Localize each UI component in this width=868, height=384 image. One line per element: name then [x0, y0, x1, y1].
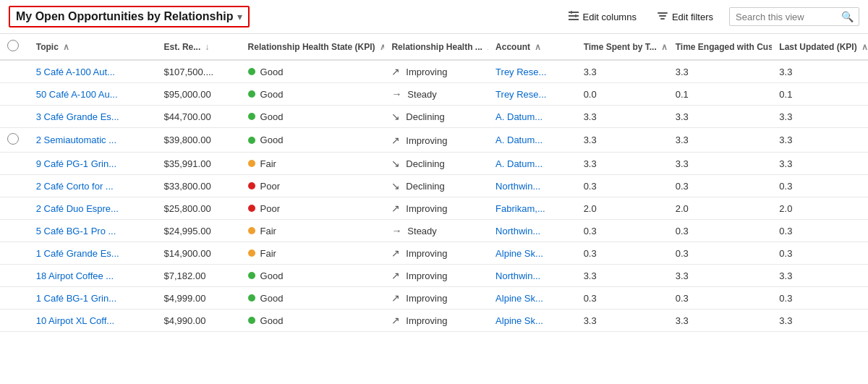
account-link[interactable]: Trey Rese... — [495, 89, 546, 100]
trend-arrow-icon: ↗ — [391, 66, 403, 77]
col-header-tec[interactable]: Time Engaged with Cust... ∧ — [668, 34, 773, 60]
page-title: My Open Opportunities by Relationship — [16, 10, 233, 23]
row-topic[interactable]: 3 Café Grande Es... — [29, 106, 157, 128]
col-header-topic[interactable]: Topic ∧ — [29, 34, 157, 60]
row-account[interactable]: Alpine Sk... — [488, 310, 576, 332]
topic-link[interactable]: 2 Semiautomatic ... — [36, 135, 116, 145]
rh-label: Declining — [406, 181, 444, 192]
topic-link[interactable]: 2 Café Duo Espre... — [36, 203, 119, 214]
topic-link[interactable]: 9 Café PG-1 Grin... — [36, 158, 116, 169]
topic-link[interactable]: 1 Café Grande Es... — [36, 248, 119, 259]
row-estimated-revenue: $7,182.00 — [157, 265, 241, 287]
row-account[interactable]: A. Datum... — [488, 153, 576, 175]
trend-arrow-icon: ↗ — [391, 292, 403, 304]
status-dot — [248, 90, 255, 98]
row-time-engaged: 0.3 — [668, 175, 773, 197]
col-header-account[interactable]: Account ∧ — [488, 34, 576, 60]
row-topic[interactable]: 10 Airpot XL Coff... — [29, 310, 157, 332]
col-header-rh[interactable]: Relationship Health ... ∧ — [384, 34, 488, 60]
topic-link[interactable]: 5 Café BG-1 Pro ... — [36, 226, 116, 236]
account-link[interactable]: Northwin... — [495, 181, 540, 192]
trend-arrow-icon: ↗ — [391, 135, 403, 146]
row-last-updated: 0.1 — [772, 83, 868, 106]
row-account[interactable]: A. Datum... — [488, 106, 576, 128]
row-time-spent: 0.3 — [576, 287, 668, 310]
row-rhs: Poor — [241, 175, 385, 197]
rh-label: Steady — [407, 89, 436, 100]
row-topic[interactable]: 18 Airpot Coffee ... — [29, 265, 157, 287]
trend-arrow-icon: ↗ — [391, 247, 403, 259]
row-last-updated: 3.3 — [772, 60, 868, 83]
row-time-spent: 3.3 — [576, 60, 668, 83]
row-topic[interactable]: 50 Café A-100 Au... — [29, 83, 157, 106]
row-topic[interactable]: 9 Café PG-1 Grin... — [29, 153, 157, 175]
col-header-lu[interactable]: Last Updated (KPI) ∧ — [772, 34, 868, 60]
row-topic[interactable]: 1 Café BG-1 Grin... — [29, 287, 157, 310]
header-actions: Edit columns Edit filters 🔍 — [563, 7, 860, 27]
row-topic[interactable]: 5 Café BG-1 Pro ... — [29, 220, 157, 242]
row-topic[interactable]: 2 Semiautomatic ... — [29, 128, 157, 153]
account-link[interactable]: A. Datum... — [495, 135, 542, 145]
account-link[interactable]: Alpine Sk... — [495, 315, 543, 326]
col-header-rhs[interactable]: Relationship Health State (KPI) ∧ — [241, 34, 385, 60]
row-account[interactable]: Alpine Sk... — [488, 242, 576, 265]
row-topic[interactable]: 1 Café Grande Es... — [29, 242, 157, 265]
row-time-spent: 3.3 — [576, 153, 668, 175]
header-checkbox[interactable] — [7, 40, 19, 51]
row-rh: ↘ Declining — [384, 153, 488, 175]
search-box[interactable]: 🔍 — [729, 7, 859, 26]
svg-rect-0 — [569, 12, 579, 13]
status-dot — [248, 294, 255, 302]
topic-link[interactable]: 2 Café Corto for ... — [36, 181, 114, 192]
account-link[interactable]: Northwin... — [495, 270, 540, 281]
row-check-cell — [0, 242, 29, 265]
account-link[interactable]: Fabrikam,... — [495, 203, 545, 214]
search-input[interactable] — [736, 12, 837, 22]
table-row: 1 Café Grande Es...$14,900.00Fair↗ Impro… — [0, 242, 868, 265]
row-estimated-revenue: $4,999.00 — [157, 287, 241, 310]
account-link[interactable]: Trey Rese... — [495, 67, 546, 77]
account-link[interactable]: A. Datum... — [495, 158, 542, 169]
account-link[interactable]: A. Datum... — [495, 111, 542, 122]
topic-link[interactable]: 18 Airpot Coffee ... — [36, 270, 114, 281]
row-topic[interactable]: 2 Café Corto for ... — [29, 175, 157, 197]
row-checkbox[interactable] — [7, 133, 19, 145]
edit-filters-button[interactable]: Edit filters — [652, 7, 718, 27]
row-account[interactable]: Northwin... — [488, 265, 576, 287]
account-link[interactable]: Alpine Sk... — [495, 248, 543, 259]
row-account[interactable]: Alpine Sk... — [488, 287, 576, 310]
edit-columns-icon — [568, 10, 579, 24]
rhs-label: Fair — [260, 248, 276, 259]
topic-link[interactable]: 5 Café A-100 Aut... — [36, 67, 115, 77]
topic-link[interactable]: 1 Café BG-1 Grin... — [36, 293, 116, 304]
status-dot — [248, 249, 255, 257]
row-account[interactable]: Trey Rese... — [488, 83, 576, 106]
row-last-updated: 0.3 — [772, 175, 868, 197]
account-link[interactable]: Northwin... — [495, 226, 540, 236]
trend-arrow-icon: ↘ — [391, 158, 403, 169]
row-topic[interactable]: 5 Café A-100 Aut... — [29, 60, 157, 83]
row-account[interactable]: Fabrikam,... — [488, 197, 576, 220]
account-link[interactable]: Alpine Sk... — [495, 293, 543, 304]
rh-label: Improving — [406, 67, 447, 77]
title-area[interactable]: My Open Opportunities by Relationship ▾ — [9, 6, 250, 27]
row-account[interactable]: A. Datum... — [488, 128, 576, 153]
row-topic[interactable]: 2 Café Duo Espre... — [29, 197, 157, 220]
row-account[interactable]: Northwin... — [488, 220, 576, 242]
row-rh: ↗ Improving — [384, 197, 488, 220]
row-account[interactable]: Trey Rese... — [488, 60, 576, 83]
col-header-est[interactable]: Est. Re... ↓ — [157, 34, 241, 60]
row-estimated-revenue: $33,800.00 — [157, 175, 241, 197]
topic-link[interactable]: 3 Café Grande Es... — [36, 111, 119, 122]
row-rh: → Steady — [384, 220, 488, 242]
topic-link[interactable]: 50 Café A-100 Au... — [36, 89, 118, 100]
row-check-cell — [0, 60, 29, 83]
row-account[interactable]: Northwin... — [488, 175, 576, 197]
table-row: 5 Café A-100 Aut...$107,500....Good↗ Imp… — [0, 60, 868, 83]
row-time-engaged: 0.1 — [668, 83, 773, 106]
row-time-spent: 3.3 — [576, 265, 668, 287]
edit-columns-button[interactable]: Edit columns — [563, 7, 641, 27]
svg-rect-2 — [569, 19, 579, 20]
topic-link[interactable]: 10 Airpot XL Coff... — [36, 315, 114, 326]
col-header-tst[interactable]: Time Spent by T... ∧ — [576, 34, 668, 60]
